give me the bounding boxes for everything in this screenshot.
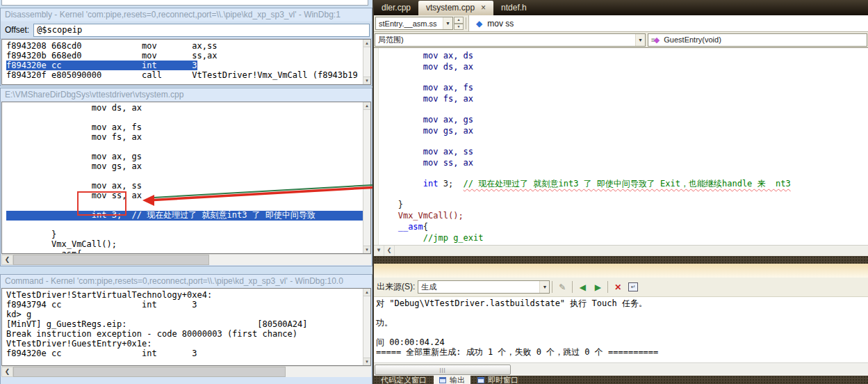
- scrollbar-thumb[interactable]: [13, 255, 209, 265]
- source-horizontal-scrollbar[interactable]: ❮: [1, 254, 371, 265]
- disassembly-content[interactable]: f8943208 668cd0 mov ax,ssf894320b 668ed0…: [1, 39, 371, 85]
- code-line: 间 00:00:04.24: [376, 338, 868, 348]
- code-line: [MinVT] g_GuestRegs.eip: [80500A24]: [6, 320, 370, 330]
- tab-code-definition-window[interactable]: 代码定义窗口: [375, 376, 432, 384]
- toolbar-separator: [466, 17, 466, 29]
- scope-combo-value: 局范围): [375, 35, 635, 45]
- editor-navigation-bar: 局范围) ▼ ≡◆ GuestEntry(void): [374, 32, 868, 48]
- code-line: 功。: [376, 319, 868, 328]
- code-line: ===== 全部重新生成: 成功 1 个，失败 0 个，跳过 0 个 =====…: [376, 348, 868, 358]
- command-content[interactable]: VtTestDriver!StartVirtualTechnology+0xe4…: [1, 288, 371, 366]
- toolbar-separator: [607, 281, 608, 293]
- code-line: VtTestDriver!GuestEntry+0x1e:: [6, 339, 370, 349]
- code-line: mov fs, ax: [6, 133, 370, 143]
- code-line: f894320f e805090000 call VtTestDriver!Vm…: [6, 70, 370, 80]
- code-line: f894320e cc int 3: [6, 61, 370, 70]
- window-icon: [439, 377, 446, 383]
- code-line: f894320e cc int 3: [6, 349, 370, 359]
- tab-dler-cpp[interactable]: dler.cpp: [374, 0, 418, 15]
- code-line: f8943794 cc int 3: [6, 301, 370, 310]
- code-line: }: [383, 199, 868, 210]
- word-wrap-icon[interactable]: ↵: [626, 280, 640, 294]
- scroll-up-icon[interactable]: ▲: [363, 102, 370, 110]
- scrollbar-thumb[interactable]: |||: [375, 365, 511, 375]
- goto-source-icon[interactable]: ✎: [555, 280, 569, 294]
- bookmark-icon: ◆: [476, 19, 482, 29]
- chevron-down-icon[interactable]: ▼: [443, 17, 452, 29]
- output-source-label: 出来源(S):: [377, 281, 415, 293]
- code-line: [383, 168, 868, 178]
- output-log[interactable]: 对 "Debug\VtTestDriver.lastbuildstate" 执行…: [374, 297, 868, 362]
- tab-immediate-window[interactable]: 即时窗口: [472, 376, 524, 384]
- windbg-command-window: Command - Kernel 'com:pipe,resets=0,reco…: [0, 274, 372, 384]
- background-window-fragment: [1, 0, 368, 6]
- code-line: f8943208 668cd0 mov ax,ss: [6, 41, 370, 51]
- symbol-combo[interactable]: stEntry.__asm.ss ▼: [375, 17, 453, 30]
- command-horizontal-scrollbar[interactable]: ❮: [1, 366, 371, 377]
- spinner-up-icon[interactable]: ▲: [454, 17, 464, 24]
- tab-output[interactable]: 输出: [434, 376, 470, 384]
- scroll-left-icon[interactable]: ❮: [1, 367, 13, 377]
- scroll-up-icon[interactable]: ▲: [363, 40, 370, 47]
- tab-close-icon[interactable]: ×: [481, 1, 486, 15]
- scroll-down-icon[interactable]: ▼: [363, 358, 370, 365]
- code-line: 对 "Debug\VtTestDriver.lastbuildstate" 执行…: [376, 299, 868, 309]
- scope-combo[interactable]: 局范围) ▼: [375, 33, 646, 47]
- code-line: Vmx_VmCall();: [6, 240, 370, 250]
- code-line: [383, 136, 868, 146]
- tab-label: 即时窗口: [488, 376, 518, 384]
- tab-ntdef-h[interactable]: ntdef.h: [493, 0, 534, 15]
- command-log: VtTestDriver!StartVirtualTechnology+0xe4…: [2, 289, 370, 359]
- code-line: mov ss, ax: [383, 157, 868, 168]
- offset-input[interactable]: [33, 24, 370, 37]
- editor-indicator-margin: [374, 48, 379, 245]
- source-content[interactable]: mov ds, ax mov ax, fs mov fs, ax mov ax,…: [1, 102, 371, 254]
- scroll-down-icon[interactable]: ▼: [363, 246, 370, 253]
- spinner-down-icon[interactable]: ▼: [454, 24, 464, 31]
- chevron-down-icon[interactable]: ▼: [635, 34, 645, 46]
- code-editor[interactable]: mov ax, ds mov ds, ax mov ax, fs mov fs,…: [374, 48, 868, 245]
- bookmark-area: ◆ mov ss: [468, 15, 868, 31]
- screen: Disassembly - Kernel 'com:pipe,resets=0,…: [0, 0, 868, 384]
- code-line: }: [6, 230, 370, 240]
- clear-all-icon[interactable]: ✕: [611, 280, 625, 294]
- code-line: mov gs, ax: [6, 162, 370, 172]
- windbg-disassembly-window: Disassembly - Kernel 'com:pipe,resets=0,…: [0, 8, 372, 86]
- code-line: [383, 104, 868, 114]
- symbol-spinner: ▲ ▼: [454, 17, 464, 30]
- disassembly-window-title[interactable]: Disassembly - Kernel 'com:pipe,resets=0,…: [1, 8, 372, 21]
- editor-horizontal-scrollbar[interactable]: ▼ ❮: [374, 245, 868, 256]
- command-vertical-scrollbar[interactable]: ▲ ▼: [363, 289, 370, 365]
- member-combo[interactable]: ≡◆ GuestEntry(void): [648, 33, 867, 47]
- code-line: f894320b 668ed0 mov ss,ax: [6, 51, 370, 61]
- scroll-left-icon[interactable]: ❮: [384, 246, 395, 256]
- next-message-icon[interactable]: ▶: [591, 280, 605, 294]
- bookmark-label: mov ss: [487, 19, 514, 29]
- scroll-left-icon[interactable]: ❮: [1, 255, 13, 265]
- code-line: Break instruction exception - code 80000…: [6, 330, 370, 339]
- disassembly-listing: f8943208 668cd0 mov ax,ssf894320b 668ed0…: [2, 40, 370, 80]
- chevron-down-icon[interactable]: ▼: [539, 281, 549, 293]
- disassembly-vertical-scrollbar[interactable]: ▲ ▼: [363, 40, 370, 84]
- command-window-title[interactable]: Command - Kernel 'com:pipe,resets=0,reco…: [1, 275, 372, 287]
- output-source-combo[interactable]: 生成 ▼: [418, 280, 550, 294]
- tab-vtsystem-cpp[interactable]: vtsystem.cpp ×: [418, 1, 493, 15]
- code-line: mov ax, fs: [383, 82, 868, 93]
- visual-studio-window: dler.cpp vtsystem.cpp × ntdef.h stEntry.…: [372, 0, 868, 384]
- source-window-title[interactable]: E:\VMShareDirDbgSys\vttestdriver\vtsyste…: [1, 88, 372, 101]
- source-code: mov ds, ax mov ax, fs mov fs, ax mov ax,…: [2, 102, 370, 254]
- code-line: mov ax, ss: [6, 182, 370, 191]
- scrollbar-thumb[interactable]: [13, 367, 286, 377]
- code-line: [376, 328, 868, 338]
- code-line: mov ds, ax: [6, 104, 370, 113]
- output-horizontal-scrollbar[interactable]: |||: [374, 362, 868, 376]
- prev-message-icon[interactable]: ◀: [575, 280, 589, 294]
- splitter-menu-icon[interactable]: ▼: [374, 246, 384, 256]
- tab-label: 输出: [450, 376, 465, 384]
- code-line: mov ax, gs: [6, 152, 370, 162]
- scroll-up-icon[interactable]: ▲: [363, 289, 370, 296]
- panel-splitter[interactable]: [374, 256, 868, 264]
- output-source-value: 生成: [418, 282, 539, 292]
- source-vertical-scrollbar[interactable]: ▲ ▼: [363, 102, 370, 253]
- scroll-down-icon[interactable]: ▼: [363, 77, 370, 84]
